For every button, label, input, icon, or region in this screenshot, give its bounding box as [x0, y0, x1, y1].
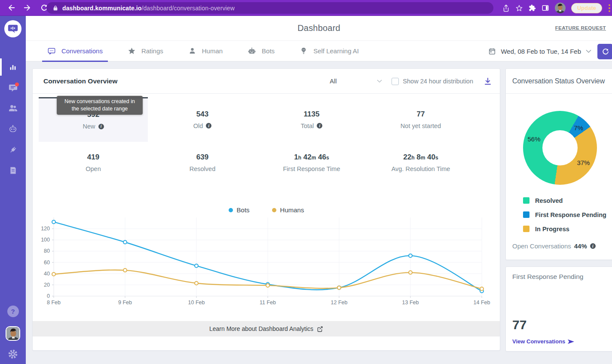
svg-text:20: 20 [44, 282, 50, 288]
bookmark-star-icon[interactable] [515, 4, 523, 12]
external-link-icon [317, 326, 323, 332]
download-button[interactable] [483, 76, 493, 86]
info-icon[interactable]: i [98, 124, 104, 129]
sidebar-item-bot-integration[interactable] [0, 119, 26, 139]
help-icon[interactable]: ? [7, 306, 19, 317]
bot-icon [8, 124, 18, 134]
sidebar-item-conversations[interactable] [0, 77, 26, 98]
plug-icon [8, 145, 18, 155]
svg-text:13 Feb: 13 Feb [402, 300, 419, 306]
first-response-pending-panel: First Response Pending 77 View Conversat… [505, 266, 612, 352]
forward-icon[interactable] [22, 3, 33, 13]
tab-self-learning-ai[interactable]: Self Learning AI [294, 40, 364, 61]
refresh-icon [601, 48, 609, 56]
filter-dropdown[interactable]: All [330, 78, 382, 85]
bar-chart-icon [8, 62, 18, 72]
people-icon [8, 103, 18, 113]
refresh-button[interactable] [597, 44, 612, 59]
stat-value: 1h 42m 46s [294, 153, 329, 162]
svg-text:100: 100 [41, 237, 50, 243]
stat-value: 22h 8m 40s [403, 153, 438, 162]
settings-gear-icon[interactable] [7, 349, 18, 360]
info-icon[interactable]: i [317, 123, 322, 128]
share-icon[interactable] [502, 4, 510, 12]
padlock-icon[interactable] [52, 5, 58, 11]
status-panel-header: Conversation Status Overview [506, 69, 612, 94]
sidebar-item-campaigns[interactable] [0, 160, 26, 180]
chart-legend: BotsHumans [33, 206, 500, 214]
unread-badge [15, 83, 19, 86]
browser-menu-icon[interactable] [608, 3, 611, 13]
stat-label: Old i [193, 122, 212, 129]
sidebar-item-contacts[interactable] [0, 98, 26, 119]
learn-more-link[interactable]: Learn More about Dashboard Analytics [33, 321, 500, 336]
chevron-down-icon [377, 80, 382, 83]
url-text: dashboard.kommunicate.io/dashboard/conve… [62, 5, 235, 12]
sidebar-item-dashboard[interactable] [0, 57, 26, 77]
browser-profile-avatar[interactable] [555, 3, 566, 13]
stat-cell: 419 Open [39, 142, 148, 183]
view-conversations-link[interactable]: View Conversations [512, 338, 575, 345]
filter-value: All [330, 78, 337, 85]
stat-value: 77 [417, 110, 425, 119]
svg-text:0: 0 [47, 293, 50, 299]
status-legend-item: Resolved [523, 193, 606, 208]
stat-cell: 77 Not yet started [366, 97, 475, 142]
info-icon[interactable]: i [206, 123, 211, 128]
back-icon[interactable] [6, 3, 16, 13]
chat-tab-icon [47, 47, 56, 55]
extension-puzzle-icon[interactable] [529, 4, 536, 12]
kommunicate-logo[interactable] [4, 20, 21, 37]
download-icon [483, 77, 492, 86]
stat-cell: 1h 42m 46s First Response Time [257, 142, 366, 183]
tab-ratings[interactable]: Ratings [122, 40, 168, 61]
tab-bots[interactable]: Bots [242, 40, 280, 61]
info-icon[interactable]: i [590, 243, 596, 249]
screen: dashboard.kommunicate.io/dashboard/conve… [0, 0, 612, 364]
stat-label: Resolved [190, 165, 215, 172]
conversations-line-chart: 8 Feb9 Feb10 Feb11 Feb12 Feb13 Feb14 Feb… [39, 215, 496, 307]
tab-conversations[interactable]: Conversations [42, 40, 108, 61]
pending-title: First Response Pending [512, 273, 583, 281]
browser-update-button[interactable]: Update [571, 3, 602, 13]
address-bar[interactable]: dashboard.kommunicate.io/dashboard/conve… [46, 2, 493, 14]
chart-legend-item[interactable]: Humans [272, 206, 304, 214]
stat-value: 1135 [304, 110, 320, 119]
donut-slice-label: 37% [577, 159, 590, 166]
stat-label: Avg. Resolution Time [392, 165, 450, 172]
stat-label: First Response Time [283, 165, 340, 172]
svg-text:12 Feb: 12 Feb [331, 300, 348, 306]
browser-actions: Update [502, 0, 611, 16]
stat-cell: 1135 Total i [257, 97, 366, 142]
stat-value: 639 [196, 153, 208, 162]
svg-text:8 Feb: 8 Feb [47, 300, 61, 306]
feature-request-link[interactable]: FEATURE REQUEST [555, 25, 606, 31]
stat-value: 543 [196, 110, 208, 119]
lightbulb-icon [300, 47, 308, 55]
date-range-picker[interactable]: Wed, 08 Feb to Tue, 14 Feb [488, 41, 591, 62]
person-icon [188, 47, 196, 55]
donut-slice-label: 7% [574, 124, 583, 131]
status-donut-chart: 7%37%56% [523, 111, 597, 185]
status-legend: ResolvedFirst Response PendingIn Progres… [523, 193, 606, 236]
status-panel-title: Conversation Status Overview [512, 77, 605, 85]
chart-legend-item[interactable]: Bots [229, 206, 250, 214]
conversation-status-panel: Conversation Status Overview 7%37%56% Re… [505, 68, 612, 260]
distribution-toggle[interactable]: Show 24 hour distribution [392, 78, 473, 85]
tab-bar: Conversations Ratings Human Bots Self Le… [26, 40, 612, 61]
browser-nav-buttons [0, 3, 49, 13]
side-panel-icon[interactable] [542, 4, 549, 12]
star-icon [128, 47, 136, 55]
overview-panel-header: Conversation Overview All Show 24 hour d… [33, 69, 500, 94]
donut-hole [542, 130, 578, 165]
stat-label: Total i [301, 122, 323, 129]
tab-human[interactable]: Human [183, 40, 228, 61]
stat-label: New i [83, 123, 104, 130]
distribution-checkbox[interactable] [392, 78, 399, 85]
stat-label: Not yet started [401, 122, 441, 129]
user-avatar[interactable] [6, 326, 20, 341]
svg-text:40: 40 [44, 271, 50, 277]
sidebar-bottom: ? [0, 306, 26, 364]
stat-cell: 543 Old i [148, 97, 257, 142]
sidebar-item-integrations[interactable] [0, 139, 26, 160]
